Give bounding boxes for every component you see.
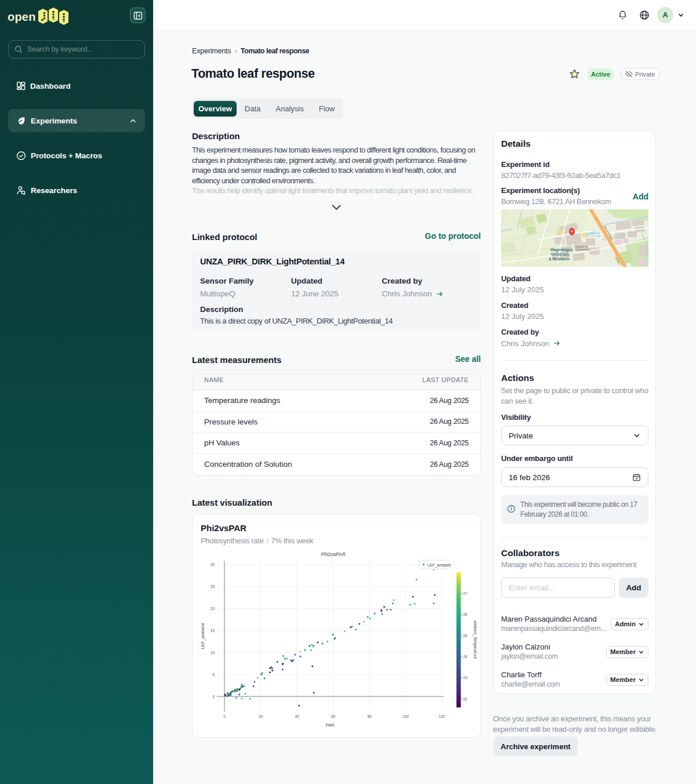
svg-text:20: 20 xyxy=(259,714,263,718)
svg-text:27: 27 xyxy=(463,591,468,596)
svg-text:80: 80 xyxy=(367,714,372,718)
svg-text:120: 120 xyxy=(439,714,445,718)
svg-text:23: 23 xyxy=(463,676,468,680)
svg-text:60: 60 xyxy=(331,714,336,718)
svg-text:25: 25 xyxy=(211,585,215,589)
svg-text:10: 10 xyxy=(211,651,215,655)
svg-text:15: 15 xyxy=(211,629,215,633)
svg-text:24: 24 xyxy=(463,655,468,659)
svg-text:30: 30 xyxy=(211,562,215,567)
svg-text:5: 5 xyxy=(212,673,215,677)
svg-text:100: 100 xyxy=(403,714,409,718)
svg-text:0: 0 xyxy=(223,714,226,718)
svg-text:LEF_ambient: LEF_ambient xyxy=(200,623,205,649)
svg-text:26: 26 xyxy=(463,612,468,616)
svg-text:25: 25 xyxy=(463,634,468,638)
svg-text:Droevendaal: Droevendaal xyxy=(575,248,590,251)
svg-text:22: 22 xyxy=(463,697,468,701)
svg-text:& Research: & Research xyxy=(549,257,570,261)
svg-text:ambient_Temperature: ambient_Temperature xyxy=(473,620,477,659)
svg-text:PAR: PAR xyxy=(326,723,335,728)
svg-text:20: 20 xyxy=(211,607,215,611)
svg-text:Wageningen: Wageningen xyxy=(550,248,572,252)
svg-text:40: 40 xyxy=(295,714,299,718)
svg-text:LEF_ambient: LEF_ambient xyxy=(427,563,451,568)
svg-text:University: University xyxy=(551,252,570,257)
svg-text:Phi2vsPAR: Phi2vsPAR xyxy=(321,551,346,557)
svg-text:0: 0 xyxy=(212,695,215,699)
